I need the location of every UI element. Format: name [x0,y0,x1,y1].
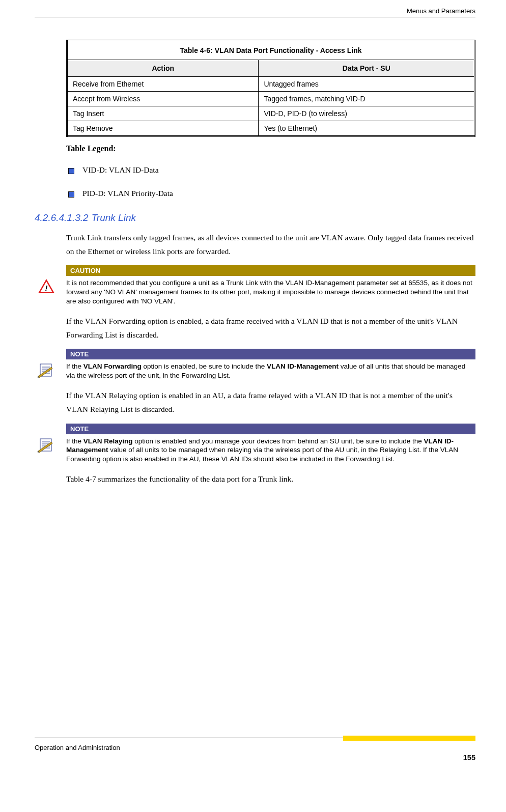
caution-text: It is not recommended that you configure… [66,278,475,306]
header-right: Menus and Parameters [35,7,475,15]
paragraph: If the VLAN Relaying option is enabled i… [66,388,475,416]
cell: Untagged frames [259,77,475,92]
paragraph: If the VLAN Forwarding option is enabled… [66,314,475,342]
cell: VID-D, PID-D (to wireless) [259,106,475,121]
cell: Tag Remove [67,121,259,136]
cell: Tagged frames, matching VID-D [259,92,475,106]
table-row: Accept from Wireless Tagged frames, matc… [67,92,475,106]
note-label: NOTE [66,424,475,434]
page-number: 155 [35,753,475,762]
text: If the [66,362,83,370]
footer: Operation and Administration 155 [35,736,475,762]
text: If the [66,437,83,445]
paragraph: Table 4-7 summarizes the functionality o… [66,472,475,486]
col-data-port-su: Data Port - SU [259,60,475,77]
text: value of all units to be managed when re… [66,446,458,463]
caution-icon: ! [36,265,57,294]
note-callout: NOTE If the VLAN Relaying option is enab… [66,424,475,464]
table-legend-heading: Table Legend: [66,144,475,153]
text: option is enabled, be sure to include th… [142,362,267,370]
list-item: VID-D: VLAN ID-Data [66,165,475,175]
footer-accent [343,736,475,741]
svg-text:!: ! [45,284,48,292]
note-icon [36,349,57,378]
table-row: Tag Remove Yes (to Ethernet) [67,121,475,136]
section-heading: 4.2.6.4.1.3.2 Trunk Link [35,212,475,223]
note-icon [36,424,57,453]
note-text: If the VLAN Forwarding option is enabled… [66,362,475,380]
cell: Tag Insert [67,106,259,121]
text-bold: VLAN Relaying [83,437,133,445]
footer-rule [35,738,343,738]
cell: Receive from Ethernet [67,77,259,92]
footer-left: Operation and Administration [35,744,120,751]
col-action: Action [67,60,259,77]
note-label: NOTE [66,349,475,359]
legend-list: VID-D: VLAN ID-Data PID-D: VLAN Priority… [66,165,475,198]
caution-callout: ! CAUTION It is not recommended that you… [66,265,475,306]
note-text: If the VLAN Relaying option is enabled a… [66,437,475,464]
paragraph: Trunk Link transfers only tagged frames,… [66,231,475,258]
table-title: Table 4-6: VLAN Data Port Functionality … [67,41,475,60]
section-title: Trunk Link [92,212,136,223]
text-bold: VLAN Forwarding [83,362,142,370]
caution-label: CAUTION [66,265,475,276]
table-row: Receive from Ethernet Untagged frames [67,77,475,92]
top-rule [35,17,475,17]
note-callout: NOTE If the VLAN Forwarding option is en… [66,349,475,380]
cell: Yes (to Ethernet) [259,121,475,136]
table-4-6: Table 4-6: VLAN Data Port Functionality … [66,40,475,137]
text: option is enabled and you manage your de… [133,437,424,445]
text-bold: VLAN ID-Management [267,362,339,370]
cell: Accept from Wireless [67,92,259,106]
list-item: PID-D: VLAN Priority-Data [66,189,475,198]
section-number: 4.2.6.4.1.3.2 [35,212,89,223]
table-row: Tag Insert VID-D, PID-D (to wireless) [67,106,475,121]
